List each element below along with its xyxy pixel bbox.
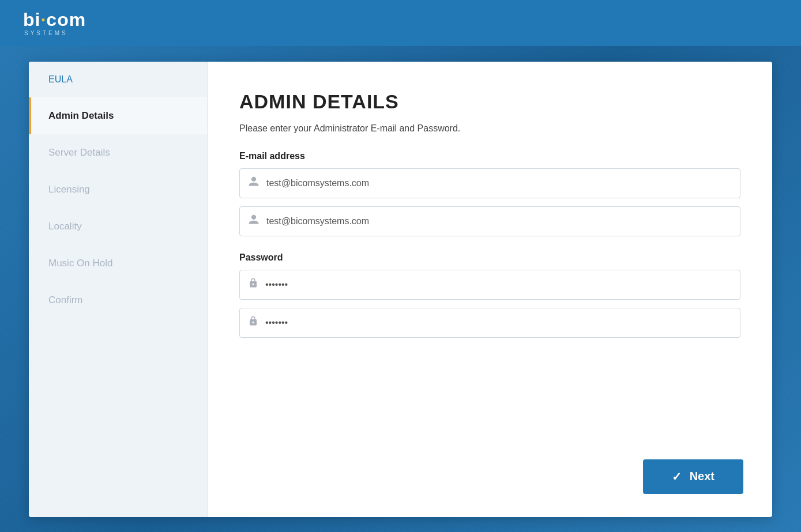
- sidebar-item-locality[interactable]: Locality: [29, 208, 207, 245]
- password-label: Password: [239, 252, 740, 263]
- sidebar-item-eula[interactable]: EULA: [29, 62, 207, 97]
- sidebar-item-music-on-hold[interactable]: Music On Hold: [29, 245, 207, 282]
- email-input-1[interactable]: [266, 178, 732, 188]
- email-label: E-mail address: [239, 151, 740, 161]
- sidebar-item-admin-details[interactable]: Admin Details: [29, 97, 207, 134]
- logo: bi·com SYSTEMS: [23, 10, 86, 36]
- sidebar-item-server-details[interactable]: Server Details: [29, 134, 207, 171]
- password-input-1-group: [239, 270, 740, 300]
- main-container: EULA Admin Details Server Details Licens…: [29, 62, 772, 517]
- header: bi·com SYSTEMS: [0, 0, 801, 46]
- user-icon-2: [248, 214, 260, 228]
- email-input-2-group: [239, 206, 740, 236]
- sidebar: EULA Admin Details Server Details Licens…: [29, 62, 208, 517]
- email-input-1-group: [239, 168, 740, 198]
- password-input-2[interactable]: [265, 318, 732, 328]
- user-icon-1: [248, 176, 260, 190]
- lock-icon-2: [248, 315, 258, 330]
- page-title: ADMIN DETAILS: [239, 90, 740, 113]
- logo-systems: SYSTEMS: [24, 30, 68, 36]
- check-icon: ✓: [672, 470, 682, 484]
- next-label: Next: [690, 470, 714, 483]
- password-section: Password: [239, 252, 740, 338]
- password-input-1[interactable]: [265, 280, 732, 290]
- logo-bicom: bi·com: [23, 10, 86, 29]
- sidebar-item-licensing[interactable]: Licensing: [29, 171, 207, 208]
- next-button[interactable]: ✓ Next: [643, 459, 743, 494]
- lock-icon-1: [248, 277, 258, 292]
- content-area: ADMIN DETAILS Please enter your Administ…: [208, 62, 772, 517]
- subtitle: Please enter your Administrator E-mail a…: [239, 123, 740, 134]
- password-input-2-group: [239, 308, 740, 338]
- email-input-2[interactable]: [266, 216, 732, 227]
- sidebar-item-confirm[interactable]: Confirm: [29, 282, 207, 319]
